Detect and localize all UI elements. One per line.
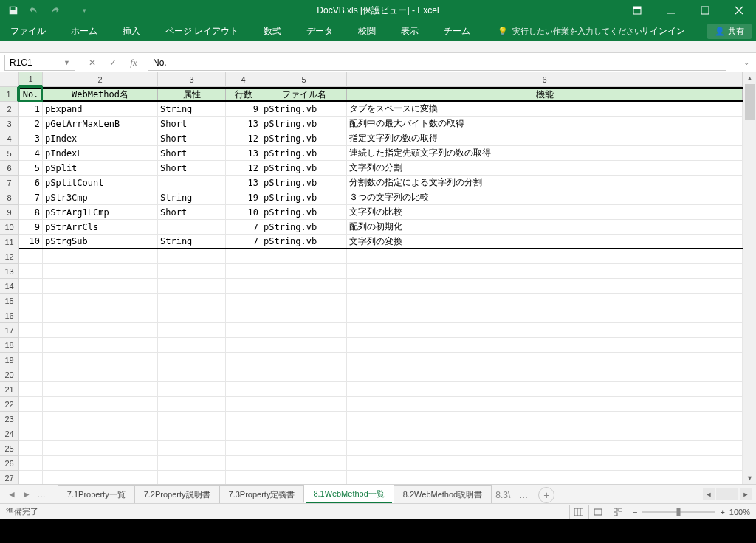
tab-file[interactable]: ファイル — [4, 22, 52, 41]
normal-view-button[interactable] — [570, 505, 589, 519]
zoom-level[interactable]: 100% — [729, 508, 750, 516]
cell[interactable] — [261, 249, 347, 263]
cells-area[interactable]: No.WebMethod名属性行数ファイル名機能1pExpandString9p… — [19, 87, 743, 484]
cell[interactable] — [261, 471, 347, 485]
cell[interactable] — [347, 367, 743, 381]
sheet-tab[interactable]: 7.1Property一覧 — [58, 485, 135, 503]
cell[interactable]: 3 — [19, 131, 43, 145]
cell[interactable] — [43, 397, 158, 411]
cell[interactable]: pString.vb — [261, 146, 347, 160]
cell[interactable]: 13 — [226, 146, 261, 160]
row-header[interactable]: 24 — [0, 426, 18, 441]
cell[interactable] — [43, 367, 158, 381]
row-header[interactable]: 15 — [0, 294, 18, 308]
row-header[interactable]: 11 — [0, 235, 18, 249]
cell[interactable]: 文字列の比較 — [347, 205, 743, 219]
cell[interactable] — [347, 294, 743, 308]
cell[interactable] — [43, 308, 158, 322]
cell[interactable] — [347, 426, 743, 440]
cell[interactable] — [261, 294, 347, 308]
cell[interactable]: 5 — [19, 161, 43, 175]
share-button[interactable]: 👤 共有 — [707, 24, 752, 39]
cell[interactable] — [347, 338, 743, 352]
cell[interactable] — [261, 456, 347, 470]
cell[interactable] — [347, 412, 743, 426]
cell[interactable]: 10 — [226, 205, 261, 219]
cell[interactable]: 9 — [19, 220, 43, 234]
row-header[interactable]: 2 — [0, 102, 18, 117]
cell[interactable] — [158, 426, 226, 440]
cell[interactable] — [43, 456, 158, 470]
cell[interactable] — [261, 382, 347, 396]
cell[interactable]: pStrArg1LCmp — [43, 205, 158, 219]
cell[interactable]: pGetArrMaxLenB — [43, 117, 158, 131]
cell[interactable] — [226, 294, 261, 308]
cell[interactable] — [19, 471, 43, 485]
cell[interactable] — [43, 353, 158, 367]
tab-team[interactable]: チーム — [438, 22, 476, 41]
cell[interactable] — [158, 220, 226, 234]
insert-function-button[interactable]: fx — [124, 55, 143, 71]
zoom-slider[interactable] — [642, 511, 715, 513]
column-header[interactable]: 6 — [347, 72, 743, 86]
row-header[interactable]: 14 — [0, 279, 18, 294]
cell[interactable] — [158, 308, 226, 322]
cell[interactable]: 8 — [19, 205, 43, 219]
cell[interactable] — [43, 323, 158, 337]
zoom-out-button[interactable]: − — [633, 508, 637, 516]
cell[interactable] — [226, 471, 261, 485]
cell[interactable] — [43, 382, 158, 396]
cell[interactable]: 19 — [226, 190, 261, 204]
cell[interactable] — [19, 412, 43, 426]
cell[interactable]: 12 — [226, 131, 261, 145]
cell[interactable] — [19, 382, 43, 396]
cell[interactable] — [158, 382, 226, 396]
row-header[interactable]: 22 — [0, 397, 18, 412]
cell[interactable]: Short — [158, 205, 226, 219]
sheet-tab[interactable]: 8.1WebMethod一覧 — [303, 485, 394, 503]
vertical-scrollbar[interactable]: ▲ ▼ — [743, 72, 756, 484]
cell[interactable]: No. — [19, 89, 43, 100]
cell[interactable]: 行数 — [226, 89, 261, 100]
cell[interactable] — [19, 397, 43, 411]
sheet-tab-truncated[interactable]: 8.3\ — [491, 487, 515, 503]
cell[interactable] — [43, 471, 158, 485]
expand-formula-bar-button[interactable]: ⌄ — [740, 58, 753, 66]
row-header[interactable]: 23 — [0, 412, 18, 426]
cell[interactable]: 9 — [226, 102, 261, 116]
cell[interactable] — [226, 308, 261, 322]
sheet-tab-more[interactable]: … — [515, 487, 532, 503]
row-header[interactable]: 12 — [0, 249, 18, 264]
row-header[interactable]: 7 — [0, 176, 18, 190]
cell[interactable]: pExpand — [43, 102, 158, 116]
cell[interactable] — [261, 426, 347, 440]
row-header[interactable]: 8 — [0, 190, 18, 205]
cell[interactable]: 13 — [226, 117, 261, 131]
cell[interactable]: pStr3Cmp — [43, 190, 158, 204]
cell[interactable]: 文字列の分割 — [347, 161, 743, 175]
cell[interactable] — [158, 353, 226, 367]
hscroll-left-button[interactable]: ◄ — [703, 488, 715, 500]
cell[interactable]: pString.vb — [261, 102, 347, 116]
cell[interactable] — [261, 264, 347, 278]
zoom-in-button[interactable]: + — [720, 508, 724, 516]
cell[interactable] — [226, 279, 261, 293]
row-header[interactable]: 13 — [0, 264, 18, 279]
row-header[interactable]: 25 — [0, 441, 18, 456]
tab-scroll-left-button[interactable]: ◄ — [6, 488, 18, 501]
cell[interactable]: String — [158, 190, 226, 204]
cell[interactable]: pString.vb — [261, 131, 347, 145]
cell[interactable] — [226, 264, 261, 278]
cell[interactable] — [43, 279, 158, 293]
qat-customize-button[interactable]: ▾ — [75, 2, 93, 18]
cell[interactable]: 分割数の指定による文字列の分割 — [347, 176, 743, 190]
cell[interactable]: pString.vb — [261, 161, 347, 175]
row-header[interactable]: 19 — [0, 353, 18, 367]
cell[interactable] — [19, 426, 43, 440]
cell[interactable]: 2 — [19, 117, 43, 131]
name-box[interactable]: R1C1 ▼ — [4, 55, 75, 71]
row-header[interactable]: 16 — [0, 308, 18, 323]
cell[interactable]: Short — [158, 117, 226, 131]
cell[interactable]: 7 — [226, 235, 261, 248]
close-button[interactable] — [722, 0, 756, 21]
